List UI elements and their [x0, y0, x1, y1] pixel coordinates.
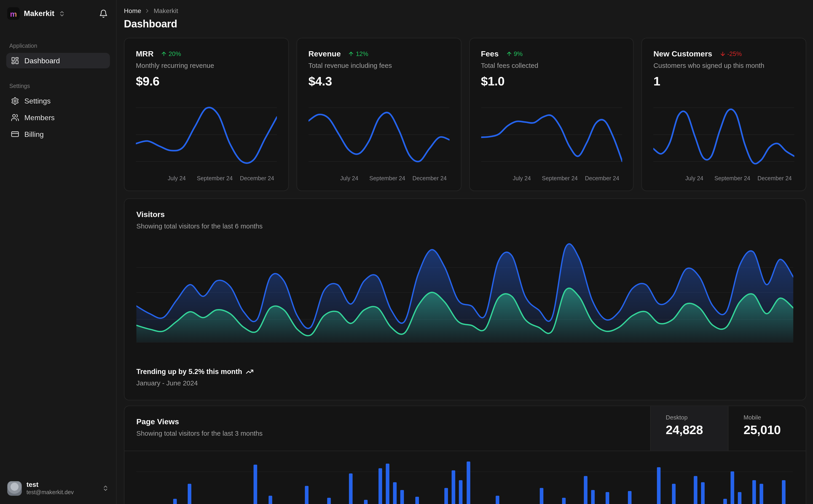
bell-icon [99, 9, 108, 18]
bar [694, 476, 698, 504]
stat-value: $9.6 [136, 74, 277, 88]
visitors-title: Visitors [136, 210, 794, 219]
stat-card-mrr: MRR 20% Monthly recurring revenue $9.6 J… [124, 38, 289, 191]
stat-description: Customers who signed up this month [654, 62, 794, 69]
sidebar: m Makerkit Application Dashboard [0, 0, 117, 504]
stat-card-new-customers: New Customers -25% Customers who signed … [642, 38, 806, 191]
tab-label: Desktop [666, 414, 728, 421]
chevrons-up-down-icon [58, 10, 65, 17]
sidebar-item-billing[interactable]: Billing [6, 126, 110, 142]
sidebar-nav-application: Dashboard [6, 53, 110, 69]
x-tick: December 24 [412, 175, 447, 181]
sidebar-item-label: Settings [24, 97, 51, 105]
x-tick: July 24 [513, 175, 531, 181]
sparkline-x-axis: July 24 September 24 December 24 [136, 174, 277, 184]
visitors-area-chart [136, 242, 793, 342]
bar [752, 480, 756, 504]
chevrons-up-down-icon [102, 485, 109, 492]
visitors-card: Visitors Showing total visitors for the … [124, 198, 806, 400]
trending-up-icon [246, 368, 254, 376]
tab-label: Mobile [744, 414, 806, 421]
trend-arrow-icon [161, 50, 167, 57]
stat-description: Monthly recurring revenue [136, 62, 277, 69]
x-tick: September 24 [542, 175, 578, 181]
sparkline-x-axis: July 24 September 24 December 24 [308, 174, 449, 184]
sparkline-x-axis: July 24 September 24 December 24 [654, 174, 794, 184]
stat-value: $1.0 [481, 74, 622, 88]
workspace-selector[interactable]: m Makerkit [7, 7, 65, 20]
main-content: Home Makerkit Dashboard MRR 20% Monthly … [117, 0, 813, 504]
stat-description: Total revenue including fees [308, 62, 449, 69]
x-tick: September 24 [715, 175, 750, 181]
bar [393, 483, 397, 504]
trend-badge: 12% [348, 50, 368, 57]
app-window: m Makerkit Application Dashboard [0, 0, 813, 504]
stat-description: Total fees collected [481, 62, 622, 69]
bar [400, 490, 404, 504]
trend-arrow-icon [506, 50, 512, 57]
stat-title: New Customers [654, 49, 712, 58]
bar [188, 483, 191, 504]
trend-value: 20% [168, 50, 181, 57]
mrr-sparkline-chart [136, 103, 277, 171]
bar [738, 492, 741, 504]
bar [459, 480, 463, 504]
sidebar-item-dashboard[interactable]: Dashboard [6, 53, 110, 68]
sidebar-item-label: Dashboard [24, 56, 60, 65]
bar [606, 492, 609, 504]
visitors-date-range: January - June 2024 [136, 379, 254, 387]
page-views-header: Page Views Showing total visitors for th… [124, 406, 806, 451]
section-label-application: Application [9, 42, 107, 49]
tab-desktop[interactable]: Desktop 24,828 [650, 406, 728, 451]
bar [364, 500, 367, 504]
visitors-subtitle: Showing total visitors for the last 6 mo… [136, 222, 794, 230]
x-tick: September 24 [369, 175, 405, 181]
bar [452, 470, 455, 504]
tab-mobile[interactable]: Mobile 25,010 [728, 406, 806, 451]
bar [254, 465, 257, 504]
stat-cards-row: MRR 20% Monthly recurring revenue $9.6 J… [124, 38, 806, 191]
trend-value: 9% [514, 50, 522, 57]
bar [540, 488, 543, 504]
bar [701, 483, 705, 504]
stat-value: 1 [654, 74, 794, 88]
stat-value: $4.3 [308, 74, 449, 88]
breadcrumb-home[interactable]: Home [124, 7, 141, 15]
sidebar-item-members[interactable]: Members [6, 110, 110, 125]
bar [591, 490, 595, 504]
bar [723, 499, 727, 504]
bar [305, 486, 309, 504]
bar [466, 462, 470, 504]
trend-value: 12% [356, 50, 368, 57]
x-tick: July 24 [167, 175, 186, 181]
trend-badge: 20% [161, 50, 181, 57]
x-tick: December 24 [240, 175, 274, 181]
user-menu[interactable]: test test@makerkit.dev [6, 479, 110, 498]
new-customers-sparkline-chart [654, 103, 794, 171]
bar [173, 499, 177, 504]
x-tick: July 24 [340, 175, 358, 181]
bar [657, 467, 661, 504]
sidebar-item-label: Billing [24, 130, 44, 138]
x-tick: December 24 [585, 175, 619, 181]
x-tick: September 24 [197, 175, 233, 181]
section-label-settings: Settings [9, 83, 107, 89]
stat-title: Revenue [308, 49, 341, 58]
makerkit-logo: m [7, 7, 20, 20]
stat-card-revenue: Revenue 12% Total revenue including fees… [296, 38, 461, 191]
trend-arrow-icon [720, 50, 726, 57]
notifications-button[interactable] [98, 8, 109, 19]
bar [731, 472, 734, 504]
users-icon [11, 114, 19, 122]
visitors-trend-text: Trending up by 5.2% this month [136, 368, 242, 376]
bar [562, 498, 565, 504]
stat-title: Fees [481, 49, 499, 58]
dashboard-icon [11, 56, 19, 65]
page-views-bar-chart [136, 452, 793, 504]
revenue-sparkline-chart [308, 103, 449, 171]
trend-value: -25% [727, 50, 742, 57]
x-tick: December 24 [757, 175, 792, 181]
visitors-footer: Trending up by 5.2% this month January -… [136, 368, 254, 387]
sidebar-item-settings[interactable]: Settings [6, 93, 110, 109]
sparkline-x-axis: July 24 September 24 December 24 [481, 174, 622, 184]
